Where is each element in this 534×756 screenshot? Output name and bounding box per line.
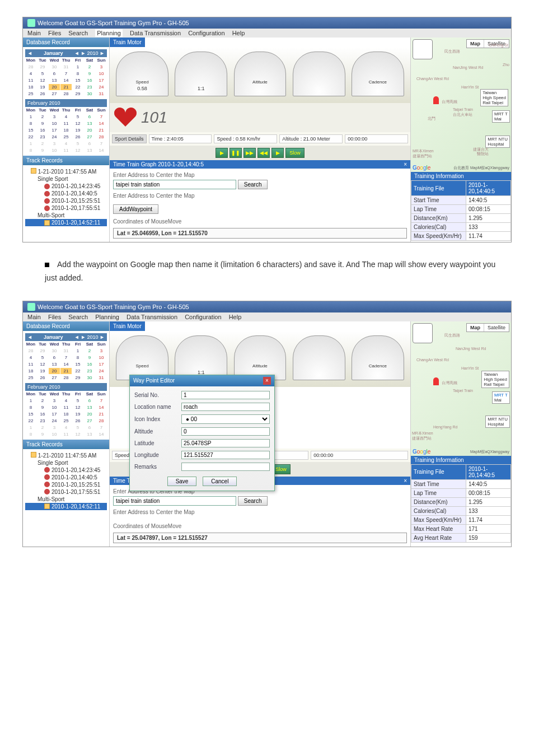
serial-no-input[interactable] — [181, 391, 270, 399]
menu-search[interactable]: Search — [68, 30, 88, 36]
calendar-january[interactable]: ◄ January ◄ ► 2010 ► MonTueWedThuFriSatS… — [23, 47, 109, 156]
app-icon — [27, 303, 35, 311]
serial-no-label: Serial No. — [134, 392, 178, 398]
tree-multi-item[interactable]: 2010-1-20,14:52:11 — [25, 219, 107, 226]
map-type-switcher[interactable]: Map Satellite — [466, 323, 509, 332]
tree-item-3[interactable]: 2010-1-20,17:55:51 — [25, 204, 107, 212]
info-start-time-label: Start Time — [411, 196, 466, 205]
run-icon — [44, 206, 50, 211]
pause-button[interactable]: ❚❚ — [229, 148, 242, 158]
heart-rate-value: 101 — [141, 109, 167, 127]
map-label-mrt: MRT TMai — [492, 110, 510, 123]
right-panel: Map Satellite 民生西路 ChangAn West Rd NanJi… — [410, 321, 511, 547]
tree-item-0[interactable]: 2010-1-20,14:23:45 — [25, 183, 107, 190]
cancel-button[interactable]: Cancel — [203, 477, 237, 486]
menu-configuration[interactable]: Configuration — [188, 30, 224, 36]
coords-readout: Lat = 25.047897, Lon = 121.515527 — [113, 533, 407, 543]
cal-prev-icon[interactable]: ◄ — [27, 50, 32, 56]
search-button[interactable]: Search — [238, 180, 268, 189]
longitude-input[interactable] — [181, 451, 270, 459]
menu-files[interactable]: Files — [48, 314, 61, 320]
map-pan-controls[interactable] — [413, 39, 435, 62]
latitude-label: Latitude — [134, 440, 178, 446]
cal-feb-title: February 2010 — [25, 99, 107, 107]
folder-icon — [31, 452, 36, 458]
info-training-file-label: Training File — [411, 181, 466, 196]
rwd-button[interactable]: ◀◀ — [257, 148, 270, 158]
address-input[interactable] — [113, 496, 236, 506]
info-distance-label: Distance(Km) — [411, 214, 466, 223]
map-view[interactable]: Map Satellite 民生西路 ChiFeng St ChangAn We… — [411, 38, 511, 172]
map-marker-icon[interactable] — [433, 377, 439, 385]
menubar[interactable]: Main Files Search Planning Data Transmis… — [23, 29, 511, 38]
gauge-area: Speed0.58 1:1 Altitude Cadence — [110, 47, 410, 103]
menu-data-transmission[interactable]: Data Transmission — [127, 314, 177, 320]
map-pan-controls[interactable] — [413, 323, 435, 346]
menu-planning[interactable]: Planning — [95, 314, 119, 320]
right-panel: Map Satellite 民生西路 ChiFeng St ChangAn We… — [410, 38, 511, 242]
training-info-table: Training File2010-1-20,14:40:5 Start Tim… — [411, 180, 511, 241]
icon-index-select[interactable]: ● 00 — [181, 414, 270, 424]
gauge-altitude: Altitude — [234, 335, 287, 380]
training-info-table: Training File2010-1-20,14:40:5 Start Tim… — [411, 464, 511, 543]
cal-year-nav[interactable]: ◄ ► 2010 ► — [74, 50, 105, 56]
map-label-taiwan-hsr: TaiwanHigh SpeedRail Taipei — [480, 89, 508, 106]
left-panel: Database Record ◄ January ◄ ► 2010 ► Mon… — [23, 321, 110, 547]
remarks-input[interactable] — [181, 463, 270, 471]
waypoint-editor-dialog: Way Point Editor × Serial No. Location n… — [129, 375, 275, 491]
transport-controls: ▶ ❚❚ ▶▶ ◀◀ ▶ Slow — [110, 146, 410, 160]
track-records-header: Track Records — [23, 156, 109, 165]
menu-planning[interactable]: Planning — [95, 29, 123, 37]
save-button[interactable]: Save — [167, 477, 197, 486]
run-icon — [44, 482, 50, 487]
menu-files[interactable]: Files — [48, 30, 61, 36]
map-attribution: MapM假aQXlanggway — [470, 449, 509, 455]
gauge-2: 1:1 — [175, 52, 227, 96]
gauge-speed: Speed — [116, 335, 168, 380]
menu-help[interactable]: Help — [229, 314, 242, 320]
play2-button[interactable]: ▶ — [271, 148, 284, 158]
info-lap-time-value: 00:08:15 — [466, 205, 510, 214]
location-name-label: Location name — [134, 404, 178, 410]
center-panel: Train Motor Speed 1:1 Altitude Cadence W… — [110, 321, 410, 547]
close-icon[interactable]: × — [263, 377, 271, 385]
database-record-header: Database Record — [23, 321, 109, 331]
slow-button[interactable]: Slow — [285, 148, 305, 158]
close-x-icon[interactable]: × — [404, 478, 407, 484]
tree-item-1[interactable]: 2010-1-20,14:40:5 — [25, 190, 107, 197]
map-tab-map[interactable]: Map — [467, 40, 484, 48]
gauge-2: 1:1 — [175, 335, 227, 380]
info-lap-time-label: Lap Time — [411, 205, 466, 214]
remarks-label: Remarks — [134, 464, 178, 470]
search-button[interactable]: Search — [238, 496, 268, 506]
info-distance-value: 1.295 — [466, 214, 510, 223]
altitude-input[interactable] — [181, 427, 270, 436]
menu-help[interactable]: Help — [232, 30, 245, 36]
tree-single-sport: Single Sport — [25, 175, 107, 183]
sd-timer: 00:00:00 — [345, 134, 408, 143]
run-icon — [44, 474, 50, 480]
time-graph-header: Time Train Graph 2010-1-20,14:40:5 × — [110, 160, 410, 169]
location-name-input[interactable] — [181, 403, 270, 411]
add-waypoint-button[interactable]: AddWaypoint — [113, 204, 158, 214]
gauge-4 — [293, 52, 345, 96]
play-button[interactable]: ▶ — [216, 148, 228, 158]
ffwd-button[interactable]: ▶▶ — [243, 148, 256, 158]
menu-search[interactable]: Search — [68, 314, 88, 320]
sport-details-label: Sport Details — [112, 134, 147, 143]
menu-main[interactable]: Main — [27, 314, 41, 320]
menu-main[interactable]: Main — [27, 30, 41, 36]
latitude-input[interactable] — [181, 439, 270, 447]
tree-item-2[interactable]: 2010-1-20,15:25:51 — [25, 197, 107, 204]
menu-configuration[interactable]: Configuration — [185, 314, 221, 320]
map-marker-icon[interactable] — [433, 96, 439, 104]
map-view[interactable]: Map Satellite 民生西路 ChangAn West Rd NanJi… — [411, 321, 511, 456]
heart-rate-display: 101 — [110, 103, 410, 132]
heart-icon — [114, 108, 137, 128]
menu-data-transmission[interactable]: Data Transmission — [130, 30, 181, 36]
menubar[interactable]: Main Files Search Planning Data Transmis… — [23, 312, 511, 321]
close-x-icon[interactable]: × — [404, 161, 407, 167]
gauge-altitude: Altitude — [234, 52, 287, 96]
address-input[interactable] — [113, 180, 236, 189]
calendar-january[interactable]: ◄ January ◄ ► 2010 ► MonTueWedThuFriSatS… — [23, 331, 109, 440]
